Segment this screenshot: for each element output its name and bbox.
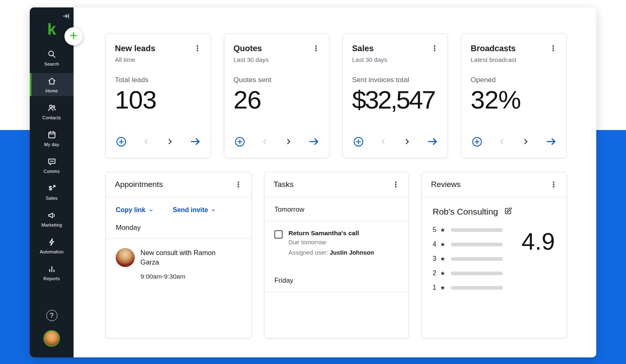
tasks-card: Tasks Tomorrow Return Samantha's call Du… [264,172,409,338]
kebab-menu-icon[interactable] [392,180,400,189]
sidebar-item-my-day[interactable]: My day [30,125,74,152]
metric-value: $32,547 [352,85,438,114]
kebab-menu-icon[interactable] [431,44,438,53]
stat-card-quotes: Quotes Last 30 days Quotes sent 26 [224,33,329,158]
chevron-left-icon[interactable] [498,137,506,147]
chevron-right-icon[interactable] [284,137,293,147]
add-circle-icon[interactable] [471,136,483,149]
dashboard-window: k Search Home Contacts [30,7,596,357]
appointment-actions: Copy link Send invite [106,197,251,214]
card-title: New leads [115,44,155,53]
stats-row: New leads All time Total leads 103 Quote… [105,33,596,158]
star-icon [440,255,445,262]
metric-value: 26 [233,85,320,114]
assignee-name: Justin Johnson [330,249,374,256]
rating-bar [451,257,503,261]
business-name: Rob's Consulting [433,207,498,217]
add-button[interactable] [64,27,83,45]
kebab-menu-icon[interactable] [550,180,557,189]
appointments-card: Appointments Copy link Send invite Monda… [105,172,252,338]
kebab-menu-icon[interactable] [312,44,320,53]
rating-row: 4 [433,241,503,248]
edit-icon[interactable] [504,206,513,217]
help-label: ? [50,312,54,319]
metric-label: Sent invoices total [352,76,438,84]
sidebar-item-reports[interactable]: Reports [30,259,74,286]
rating-level: 5 [433,226,437,234]
card-subtitle: Latest broadcast [471,56,557,63]
sidebar: k Search Home Contacts [30,7,74,357]
rating-bar [451,272,503,275]
sidebar-item-label: Automation [40,249,64,254]
sidebar-bottom: ? [43,310,60,357]
sidebar-item-home[interactable]: Home [30,73,74,96]
user-avatar[interactable] [43,330,60,347]
task-item[interactable]: Return Samantha's call Due tomorrow Assi… [264,221,409,268]
copy-link-dropdown[interactable]: Copy link [116,206,154,214]
contact-avatar [116,248,135,267]
widgets-row: Appointments Copy link Send invite Monda… [105,172,596,338]
kebab-menu-icon[interactable] [550,44,557,53]
rating-level: 1 [433,284,437,291]
dollar-icon: $ [47,184,57,193]
star-icon [440,227,445,233]
rating-level: 2 [433,269,437,277]
stat-card-broadcasts: Broadcasts Latest broadcast Opened 32% [461,33,566,158]
sidebar-item-search[interactable]: Search [30,45,74,71]
collapse-sidebar-icon[interactable] [62,12,70,20]
add-circle-icon[interactable] [353,136,364,149]
card-title: Quotes [233,44,262,53]
overall-score: 4.9 [521,229,555,291]
rating-bar [451,286,503,290]
task-title: Return Samantha's call [288,229,374,237]
sidebar-item-automation[interactable]: Automation [30,232,74,259]
arrow-right-icon[interactable] [189,135,202,149]
chevron-right-icon[interactable] [166,137,174,147]
reviews-card: Reviews Rob's Consulting 5 [421,172,567,338]
chevron-right-icon[interactable] [403,137,411,147]
lightning-icon [47,237,57,247]
card-subtitle: Last 30 days [233,56,320,63]
add-circle-icon[interactable] [234,136,245,149]
sidebar-item-comms[interactable]: Comms [30,152,74,179]
chevron-down-icon [148,208,154,213]
sidebar-item-marketing[interactable]: Marketing [30,206,74,232]
sidebar-item-sales[interactable]: $ Sales [30,179,74,206]
sidebar-item-label: Comms [44,169,60,174]
chevron-left-icon[interactable] [261,137,269,147]
kebab-menu-icon[interactable] [194,44,201,53]
chevron-left-icon[interactable] [142,137,150,147]
send-invite-dropdown[interactable]: Send invite [173,206,216,214]
appointment-title: New consult with Ramon Garza [140,248,228,267]
card-title: Broadcasts [471,44,516,53]
card-footer [116,135,202,149]
appointment-time: 9:00am-9:30am [140,273,228,280]
arrow-right-icon[interactable] [545,135,557,149]
sidebar-item-label: Marketing [41,222,62,227]
rating-row: 5 [433,226,503,234]
add-circle-icon[interactable] [116,136,127,149]
metric-value: 32% [471,85,557,114]
rating-level: 4 [433,241,437,248]
rating-level: 3 [433,255,437,262]
chevron-left-icon[interactable] [379,137,388,147]
star-icon [440,270,445,277]
task-group-header: Tomorrow [264,197,409,221]
card-footer [471,135,557,149]
chevron-right-icon[interactable] [521,137,530,147]
arrow-right-icon[interactable] [426,135,439,149]
task-checkbox[interactable] [274,230,283,239]
kebab-menu-icon[interactable] [235,180,242,189]
sidebar-nav: Search Home Contacts My day [30,45,74,286]
rating-bar [451,243,503,246]
sidebar-item-label: Sales [46,196,58,201]
card-title: Tasks [274,180,294,189]
arrow-right-icon[interactable] [308,135,320,149]
card-title: Appointments [115,180,163,189]
help-icon[interactable]: ? [46,310,57,321]
appointment-item[interactable]: New consult with Ramon Garza 9:00am-9:30… [106,239,251,289]
star-icon [440,284,445,291]
sidebar-item-contacts[interactable]: Contacts [30,98,74,125]
sidebar-item-label: Search [44,61,59,66]
sidebar-item-label: Reports [43,276,60,281]
